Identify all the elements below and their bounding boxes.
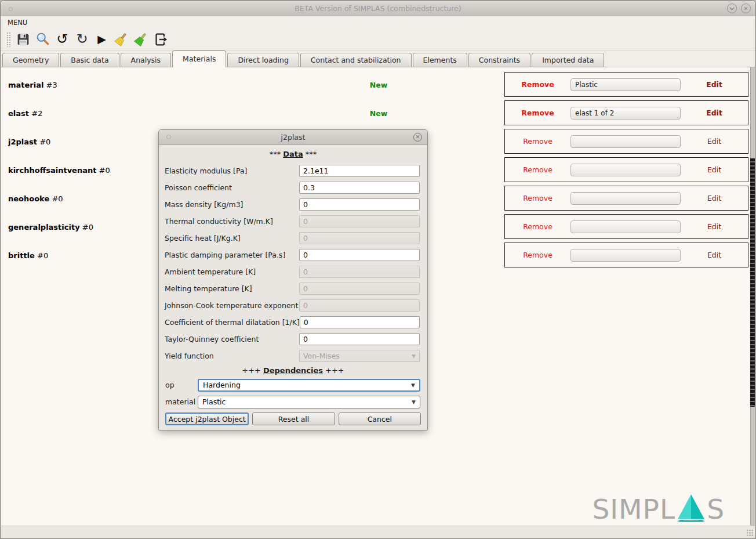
material-item-box: Remove Edit — [504, 100, 748, 125]
remove-button[interactable]: Remove — [505, 108, 570, 117]
material-name-input[interactable] — [570, 78, 681, 91]
reset-all-button[interactable]: Reset all — [252, 413, 335, 425]
field-row: Ambient temperature [K] — [159, 263, 427, 280]
poisson-coefficient-input[interactable] — [299, 182, 420, 194]
elasticity-modulus-input[interactable] — [299, 165, 420, 177]
taylor-quinney-input[interactable] — [299, 333, 420, 345]
material-item-box: Remove Edit — [504, 243, 748, 267]
toolbar-grip[interactable] — [6, 32, 10, 47]
material-type-label: elast #2 — [8, 108, 42, 117]
edit-button[interactable]: Edit — [681, 137, 748, 146]
dependency-label: material — [165, 397, 198, 406]
material-item-box: Remove Edit — [504, 157, 748, 182]
field-row: Yield function Von-Mises ▼ — [159, 348, 427, 364]
tab-geometry[interactable]: Geometry — [2, 53, 59, 67]
material-name-input[interactable] — [570, 135, 681, 148]
edit-button[interactable]: Edit — [681, 194, 748, 202]
chevron-down-icon: ▼ — [412, 353, 416, 359]
remove-button[interactable]: Remove — [505, 251, 570, 259]
remove-button[interactable]: Remove — [505, 165, 570, 174]
undo-icon[interactable]: ↺ — [54, 31, 70, 47]
melting-temperature-input — [299, 283, 420, 295]
op-dropdown[interactable]: Hardening ▼ — [198, 379, 420, 392]
field-label: Elasticity modulus [Pa] — [165, 167, 248, 175]
remove-button[interactable]: Remove — [505, 222, 570, 231]
material-dropdown[interactable]: Plastic ▼ — [198, 396, 420, 408]
tab-constraints[interactable]: Constraints — [468, 53, 530, 67]
edit-button[interactable]: Edit — [681, 80, 748, 89]
material-type-label: j2plast #0 — [8, 137, 50, 146]
edit-button[interactable]: Edit — [681, 222, 748, 231]
mass-density-input[interactable] — [299, 198, 420, 211]
material-item-box: Remove Edit — [504, 214, 748, 239]
edit-button[interactable]: Edit — [681, 108, 748, 117]
field-label: Yield function — [165, 352, 214, 360]
material-name-input[interactable] — [570, 192, 681, 205]
field-row: Coefficient of thermal dilatation [1/K] — [159, 314, 427, 331]
save-icon[interactable] — [15, 31, 31, 47]
field-label: Ambient temperature [K] — [165, 267, 256, 276]
remove-button[interactable]: Remove — [505, 137, 570, 146]
dependency-row: op Hardening ▼ — [159, 377, 427, 393]
app-window: BETA Version of SIMPLAS (combinedstructu… — [0, 0, 756, 539]
material-type-label: brittle #0 — [8, 251, 48, 259]
field-label: Poisson coefficient — [165, 183, 232, 192]
exit-icon[interactable] — [153, 31, 169, 47]
cancel-button[interactable]: Cancel — [339, 413, 421, 425]
accept-button[interactable]: Accept j2plast Object — [165, 413, 249, 425]
remove-button[interactable]: Remove — [505, 194, 570, 202]
dialog-window-icon — [166, 135, 171, 139]
status-badge: New — [355, 80, 402, 89]
dialog-close-icon[interactable]: ✕ — [413, 133, 422, 142]
material-type-label: neohooke #0 — [8, 194, 63, 202]
tab-basic-data[interactable]: Basic data — [60, 53, 119, 67]
field-row: Mass density [Kg/m3] — [159, 196, 427, 213]
field-row: Taylor-Quinney coefficient — [159, 331, 427, 348]
field-row: Johnson-Cook temperature exponent — [159, 297, 427, 314]
scrollbar-thumb[interactable] — [750, 158, 755, 407]
logo-text-left: SIMPL — [592, 497, 675, 522]
window-icon — [9, 7, 13, 11]
status-badge: New — [355, 108, 402, 117]
scrollbar-track[interactable] — [750, 67, 755, 526]
rollup-icon[interactable] — [727, 3, 737, 13]
tab-elements[interactable]: Elements — [413, 53, 467, 67]
material-name-input[interactable] — [570, 220, 681, 233]
field-label: Coefficient of thermal dilatation [1/K] — [165, 318, 300, 327]
chevron-down-icon: ▼ — [411, 382, 415, 388]
redo-icon[interactable]: ↻ — [74, 31, 90, 47]
material-name-input[interactable] — [570, 164, 681, 176]
resize-grip[interactable] — [746, 529, 754, 537]
logo-triangle-icon — [677, 494, 706, 522]
zoom-icon[interactable] — [35, 31, 50, 47]
clean-yellow-icon[interactable] — [114, 31, 129, 47]
field-label: Plastic damping parameter [Pa.s] — [165, 251, 285, 259]
ambient-temperature-input — [299, 266, 420, 278]
thermal-dilatation-input[interactable] — [300, 316, 420, 328]
tab-analysis[interactable]: Analysis — [121, 53, 172, 67]
menubar: MENU — [1, 16, 755, 28]
material-name-input[interactable] — [570, 249, 681, 262]
material-item-box: Remove Edit — [504, 72, 748, 97]
chevron-down-icon: ▼ — [412, 399, 416, 405]
edit-button[interactable]: Edit — [681, 251, 748, 259]
run-icon[interactable]: ▶ — [94, 31, 110, 47]
tab-materials[interactable]: Materials — [172, 50, 226, 67]
close-icon[interactable]: ✕ — [741, 3, 751, 13]
window-title: BETA Version of SIMPLAS (combinedstructu… — [1, 1, 755, 16]
field-row: Thermal conductivity [W/m.K] — [159, 213, 427, 230]
material-name-input[interactable] — [570, 107, 681, 120]
remove-button[interactable]: Remove — [505, 80, 570, 89]
material-type-label: generalplasticity #0 — [8, 222, 93, 231]
edit-button[interactable]: Edit — [681, 165, 748, 174]
plastic-damping-input[interactable] — [299, 249, 420, 261]
clean-green-icon[interactable] — [133, 31, 149, 47]
tabbar: Geometry Basic data Analysis Materials D… — [1, 50, 755, 67]
tab-direct-loading[interactable]: Direct loading — [227, 53, 299, 67]
dialog-titlebar[interactable]: j2plast ✕ — [159, 130, 427, 145]
menu-button[interactable]: MENU — [1, 17, 27, 29]
tab-contact-and-stabilization[interactable]: Contact and stabilization — [300, 53, 412, 67]
dialog-title: j2plast — [159, 130, 427, 144]
tab-imported-data[interactable]: Imported data — [532, 53, 604, 67]
field-label: Mass density [Kg/m3] — [165, 200, 243, 209]
